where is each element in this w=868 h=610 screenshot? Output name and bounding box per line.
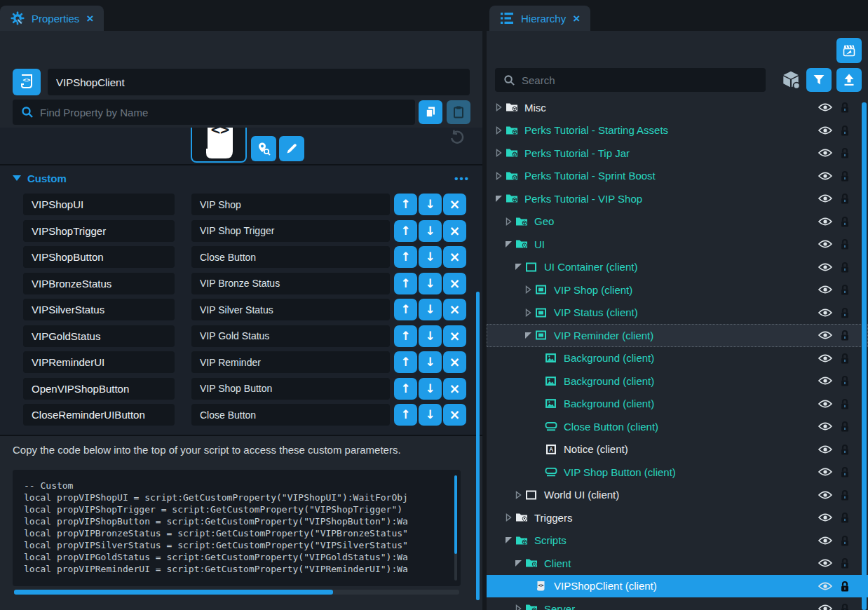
property-value-field[interactable]: Close Button: [191, 404, 390, 426]
lock-icon[interactable]: [840, 421, 850, 433]
lock-icon[interactable]: [840, 603, 850, 610]
hierarchy-search-field[interactable]: [495, 68, 766, 92]
delete-property-button[interactable]: ×: [443, 220, 466, 242]
visibility-eye-icon[interactable]: [818, 148, 833, 158]
expander-icon[interactable]: [522, 285, 534, 294]
visibility-eye-icon[interactable]: [818, 102, 833, 113]
tree-row[interactable]: Perks Tutorial - VIP Shop: [487, 187, 868, 210]
property-value-field[interactable]: VIP Reminder: [191, 351, 390, 373]
tree-row[interactable]: Background (client): [487, 370, 868, 393]
visibility-eye-icon[interactable]: [818, 353, 833, 363]
lock-icon[interactable]: [840, 124, 850, 136]
move-down-button[interactable]: ↓: [419, 404, 442, 426]
tree-row[interactable]: Perks Tutorial - Sprint Boost: [487, 165, 868, 188]
expander-icon[interactable]: [502, 513, 515, 522]
visibility-eye-icon[interactable]: [818, 262, 833, 272]
visibility-eye-icon[interactable]: [818, 194, 833, 204]
move-up-button[interactable]: ↑: [394, 378, 417, 400]
property-name-field[interactable]: VIPBronzeStatus: [23, 273, 175, 294]
generated-code-block[interactable]: -- Customlocal propVIPShopUI = script:Ge…: [13, 470, 461, 586]
paste-button[interactable]: [447, 100, 470, 124]
scene-launch-button[interactable]: [836, 38, 862, 63]
delete-property-button[interactable]: ×: [443, 194, 466, 215]
code-horizontal-scrollbar[interactable]: [14, 590, 459, 595]
tree-row[interactable]: Close Button (client): [487, 415, 868, 438]
move-up-button[interactable]: ↑: [394, 246, 417, 268]
property-value-field[interactable]: VIP Bronze Status: [191, 273, 390, 294]
visibility-eye-icon[interactable]: [818, 376, 833, 386]
tree-row[interactable]: Server: [487, 597, 868, 610]
visibility-eye-icon[interactable]: [818, 513, 833, 523]
lock-icon[interactable]: [840, 284, 850, 296]
filter-button[interactable]: [806, 68, 832, 92]
tree-row[interactable]: Client: [487, 552, 868, 575]
find-in-scene-button[interactable]: [251, 136, 276, 161]
lock-icon[interactable]: [840, 170, 850, 182]
property-search-field[interactable]: [13, 100, 415, 125]
visibility-eye-icon[interactable]: [818, 489, 833, 500]
lock-icon[interactable]: [840, 147, 850, 159]
delete-property-button[interactable]: ×: [443, 378, 466, 400]
property-value-field[interactable]: VIP Shop: [191, 194, 390, 215]
property-value-field[interactable]: VIP Gold Status: [191, 325, 390, 347]
visibility-eye-icon[interactable]: [818, 285, 833, 295]
lock-icon[interactable]: [840, 238, 850, 250]
lock-icon[interactable]: [840, 466, 850, 478]
lock-icon[interactable]: [840, 375, 850, 387]
lock-icon[interactable]: [840, 215, 850, 227]
visibility-eye-icon[interactable]: [818, 604, 833, 610]
property-name-field[interactable]: OpenVIPShopButton: [23, 378, 175, 400]
tree-row[interactable]: VIP Shop Button (client): [487, 461, 868, 484]
lock-icon[interactable]: [840, 557, 850, 569]
expander-icon[interactable]: [522, 332, 534, 339]
property-name-field[interactable]: VIPSilverStatus: [23, 299, 175, 320]
expander-icon[interactable]: [502, 240, 515, 248]
expander-icon[interactable]: [492, 149, 505, 157]
move-up-button[interactable]: ↑: [394, 220, 417, 242]
visibility-eye-icon[interactable]: [818, 444, 833, 454]
object-name-field[interactable]: [48, 69, 470, 95]
copy-button[interactable]: [419, 100, 442, 124]
visibility-eye-icon[interactable]: [818, 581, 833, 591]
visibility-eye-icon[interactable]: [818, 535, 833, 545]
move-down-button[interactable]: ↓: [419, 246, 442, 268]
move-down-button[interactable]: ↓: [419, 325, 442, 347]
move-up-button[interactable]: ↑: [394, 325, 417, 347]
tree-row[interactable]: Scripts: [487, 529, 868, 553]
tree-row[interactable]: Geo: [487, 210, 868, 233]
property-value-field[interactable]: VIP Shop Button: [191, 378, 390, 400]
collapse-triangle-icon[interactable]: [13, 175, 21, 181]
lock-icon[interactable]: [840, 193, 850, 205]
delete-property-button[interactable]: ×: [443, 325, 466, 347]
tree-row[interactable]: Background (client): [487, 393, 868, 416]
hierarchy-scrollbar[interactable]: [862, 102, 867, 610]
lock-icon[interactable]: [840, 398, 850, 409]
object-name-input[interactable]: [56, 76, 461, 88]
lock-icon[interactable]: [840, 261, 850, 273]
tree-row[interactable]: UI Container (client): [487, 256, 868, 279]
expander-icon[interactable]: [522, 309, 534, 317]
lock-icon[interactable]: [840, 352, 850, 364]
visibility-eye-icon[interactable]: [818, 330, 833, 341]
tree-row[interactable]: VIP Reminder (client): [487, 324, 868, 347]
tree-row[interactable]: Background (client): [487, 347, 868, 370]
properties-tab[interactable]: Properties ×: [0, 6, 104, 31]
close-icon[interactable]: ×: [86, 13, 93, 25]
move-down-button[interactable]: ↓: [419, 220, 442, 242]
edit-script-button[interactable]: [279, 136, 304, 161]
expander-icon[interactable]: [502, 217, 515, 226]
expander-icon[interactable]: [492, 172, 505, 180]
expander-icon[interactable]: [512, 560, 524, 567]
delete-property-button[interactable]: ×: [443, 273, 466, 294]
reset-icon[interactable]: [449, 129, 467, 147]
move-up-button[interactable]: ↑: [394, 273, 417, 294]
move-up-button[interactable]: ↑: [394, 194, 417, 215]
lock-icon[interactable]: [840, 512, 850, 524]
visibility-eye-icon[interactable]: [818, 170, 833, 181]
tree-row[interactable]: VIP Shop (client): [487, 278, 868, 301]
property-search-input[interactable]: [40, 107, 407, 118]
expander-icon[interactable]: [502, 536, 515, 544]
expander-icon[interactable]: [492, 126, 505, 135]
visibility-eye-icon[interactable]: [818, 558, 833, 569]
expander-icon[interactable]: [512, 263, 524, 271]
